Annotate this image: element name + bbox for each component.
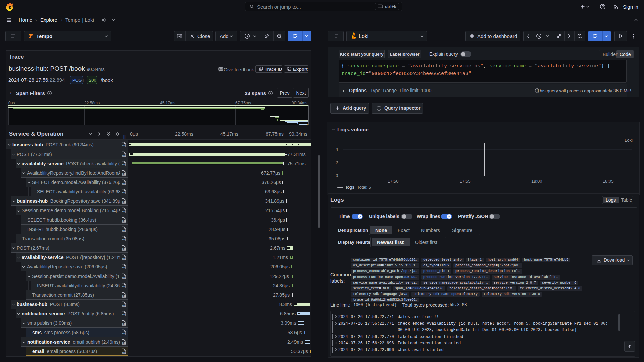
svg-text:LOG: LOG (122, 220, 126, 222)
svg-text:LOG: LOG (122, 351, 126, 353)
svg-text:LOG: LOG (122, 238, 126, 241)
svg-text:LOG: LOG (122, 342, 126, 344)
svg-text:LOG: LOG (122, 201, 126, 203)
svg-text:LOG: LOG (122, 163, 126, 166)
svg-text:LOG: LOG (122, 154, 126, 156)
svg-text:LOG: LOG (122, 323, 126, 325)
svg-text:LOG: LOG (122, 257, 126, 259)
svg-text:LOG: LOG (122, 191, 126, 194)
svg-text:LOG: LOG (122, 304, 126, 306)
svg-text:LOG: LOG (122, 295, 126, 297)
svg-text:LOG: LOG (122, 229, 126, 231)
svg-text:LOG: LOG (122, 266, 126, 269)
svg-text:LOG: LOG (122, 173, 126, 175)
svg-text:LOG: LOG (122, 182, 126, 184)
svg-text:LOG: LOG (122, 248, 126, 250)
svg-text:LOG: LOG (122, 210, 126, 213)
svg-text:LOG: LOG (122, 144, 126, 147)
svg-text:LOG: LOG (122, 313, 126, 316)
svg-text:LOG: LOG (122, 332, 126, 335)
svg-text:LOG: LOG (122, 276, 126, 278)
svg-text:LOG: LOG (122, 285, 126, 288)
